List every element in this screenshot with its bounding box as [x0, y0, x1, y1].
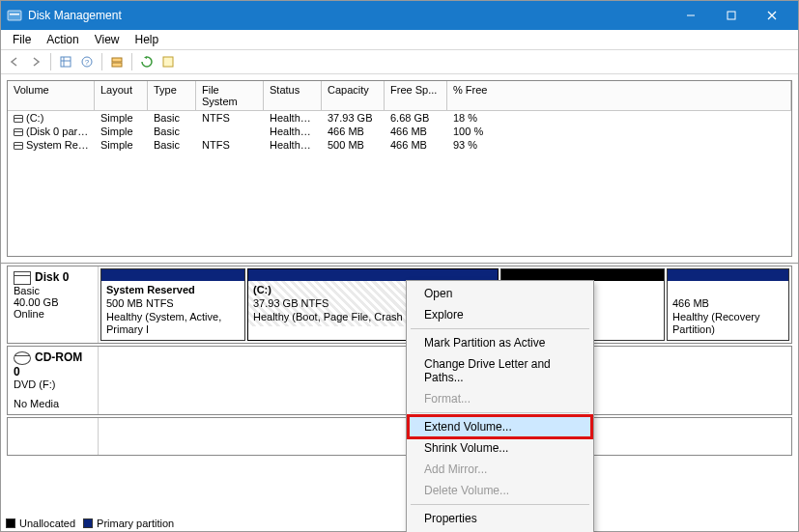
ctx-mark-active[interactable]: Mark Partition as Active: [409, 332, 591, 353]
menu-action[interactable]: Action: [39, 31, 86, 48]
menu-file[interactable]: File: [5, 31, 39, 48]
ctx-open[interactable]: Open: [409, 283, 591, 304]
ctx-shrink-volume[interactable]: Shrink Volume...: [409, 437, 591, 459]
ctx-format: Format...: [409, 388, 591, 409]
disk-row-empty: [7, 417, 792, 456]
svg-rect-3: [728, 12, 735, 19]
volume-list: Volume Layout Type File System Status Ca…: [7, 80, 792, 257]
svg-rect-11: [112, 58, 122, 62]
help-icon[interactable]: ?: [77, 52, 97, 71]
svg-rect-6: [61, 57, 71, 67]
close-button[interactable]: [752, 1, 792, 30]
svg-text:?: ?: [85, 58, 90, 67]
partition-system-reserved[interactable]: System Reserved 500 MB NTFS Healthy (Sys…: [100, 268, 245, 341]
maximize-button[interactable]: [711, 1, 752, 30]
cdrom-icon: [14, 351, 31, 365]
view-graphical-icon[interactable]: [107, 52, 127, 71]
disk-icon: [14, 271, 31, 285]
table-row[interactable]: (C:)SimpleBasicNTFSHealthy (...37.93 GB6…: [8, 111, 791, 125]
svg-rect-12: [112, 63, 122, 67]
app-icon: [7, 8, 22, 23]
col-freespace[interactable]: Free Sp...: [385, 81, 447, 111]
col-status[interactable]: Status: [264, 81, 322, 111]
col-volume[interactable]: Volume: [8, 81, 95, 111]
cdrom-meta[interactable]: CD-ROM 0 DVD (F:) No Media: [8, 347, 99, 414]
context-menu: Open Explore Mark Partition as Active Ch…: [406, 280, 594, 532]
view-list-icon[interactable]: [56, 52, 75, 71]
ctx-change-drive-letter[interactable]: Change Drive Letter and Paths...: [409, 353, 591, 388]
ctx-add-mirror: Add Mirror...: [409, 459, 591, 480]
ctx-delete-volume: Delete Volume...: [409, 480, 591, 501]
ctx-properties[interactable]: Properties: [409, 508, 591, 529]
col-capacity[interactable]: Capacity: [322, 81, 385, 111]
ctx-extend-volume[interactable]: Extend Volume...: [409, 416, 591, 437]
col-pctfree[interactable]: % Free: [447, 81, 791, 111]
volume-list-body: (C:)SimpleBasicNTFSHealthy (...37.93 GB6…: [8, 111, 791, 256]
rescan-icon[interactable]: [158, 52, 178, 71]
swatch-primary: [83, 518, 93, 528]
minimize-button[interactable]: [671, 1, 711, 30]
disk-graphical-view: Disk 0 Basic 40.00 GB Online System Rese…: [1, 263, 798, 456]
disk-row-disk0: Disk 0 Basic 40.00 GB Online System Rese…: [7, 266, 792, 344]
col-filesystem[interactable]: File System: [196, 81, 264, 111]
col-layout[interactable]: Layout: [95, 81, 148, 111]
window-title: Disk Management: [28, 9, 671, 22]
disk-meta[interactable]: Disk 0 Basic 40.00 GB Online: [8, 266, 99, 343]
legend: Unallocated Primary partition: [6, 518, 174, 529]
partition-recovery[interactable]: 466 MB Healthy (Recovery Partition): [667, 268, 789, 341]
title-bar: Disk Management: [1, 1, 798, 30]
table-row[interactable]: (Disk 0 partition 3)SimpleBasicHealthy (…: [8, 125, 791, 138]
svg-rect-1: [10, 14, 19, 15]
toolbar: ?: [1, 49, 798, 74]
svg-rect-13: [163, 57, 173, 67]
volume-list-header: Volume Layout Type File System Status Ca…: [8, 81, 791, 111]
refresh-icon[interactable]: [137, 52, 157, 71]
volume-icon: [14, 115, 23, 123]
table-row[interactable]: System ReservedSimpleBasicNTFSHealthy (.…: [8, 138, 791, 152]
volume-icon: [14, 128, 23, 136]
disk-row-cdrom: CD-ROM 0 DVD (F:) No Media: [7, 346, 792, 415]
svg-rect-0: [8, 11, 21, 20]
menu-bar: File Action View Help: [1, 30, 798, 49]
forward-button[interactable]: [26, 52, 45, 71]
swatch-unallocated: [6, 518, 15, 528]
col-type[interactable]: Type: [148, 81, 196, 111]
menu-view[interactable]: View: [87, 31, 128, 48]
ctx-explore[interactable]: Explore: [409, 304, 591, 325]
menu-help[interactable]: Help: [128, 31, 167, 48]
volume-icon: [14, 142, 23, 150]
back-button[interactable]: [5, 52, 24, 71]
